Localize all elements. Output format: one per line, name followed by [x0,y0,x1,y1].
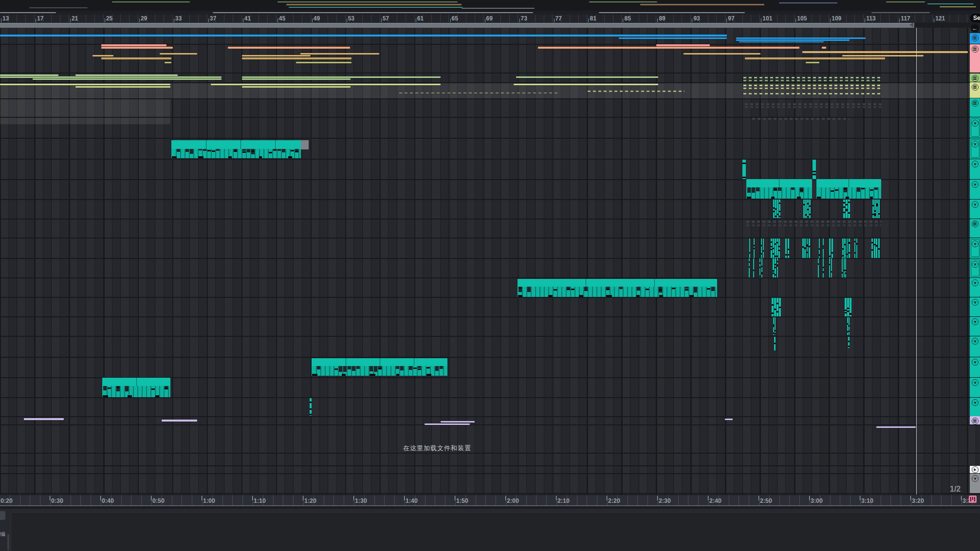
midi-strip-clip[interactable] [773,239,774,258]
clip-fade-handle[interactable] [301,140,309,149]
midi-strip-clip[interactable] [878,200,880,218]
midi-strip-clip[interactable] [813,160,816,179]
midi-strip-clip[interactable] [775,200,777,218]
track-header-menu[interactable] [970,33,980,44]
midi-strip-clip[interactable] [773,258,774,277]
mini-clip-segment[interactable] [211,84,441,85]
track-header-menu[interactable] [970,416,980,424]
midi-strip-clip[interactable] [818,258,819,277]
midi-clip[interactable] [816,179,881,199]
midi-strip-clip[interactable] [847,298,849,316]
mini-clip-segment[interactable] [516,76,658,78]
track-header-fold[interactable] [970,297,980,316]
midi-strip-clip[interactable] [802,239,804,258]
mini-clip-segment[interactable] [92,55,113,56]
mini-clip-segment[interactable] [736,39,850,41]
midi-strip-clip[interactable] [844,239,846,258]
midi-strip-clip[interactable] [831,258,832,277]
midi-strip-clip[interactable] [872,200,874,218]
midi-strip-clip[interactable] [779,298,781,316]
midi-strip-clip[interactable] [774,337,776,350]
mini-clip-segment[interactable] [162,420,197,422]
midi-strip-clip[interactable] [849,239,850,258]
mini-clip-segment[interactable] [619,37,727,39]
mini-clip-segment[interactable] [806,62,819,63]
midi-strip-clip[interactable] [774,298,776,316]
midi-strip-clip[interactable] [871,239,873,258]
mini-clip-segment[interactable] [684,53,760,55]
track-header-fold-group[interactable] [970,238,980,258]
track-header-fold[interactable] [970,336,980,357]
midi-strip-clip[interactable] [777,239,778,258]
midi-strip-clip[interactable] [749,258,750,277]
midi-strip-clip[interactable] [829,239,831,258]
midi-strip-clip[interactable] [773,317,774,335]
mini-clip-segment[interactable] [736,37,866,39]
midi-strip-clip[interactable] [778,239,780,258]
track-header-fold[interactable] [970,398,980,416]
midi-strip-clip[interactable] [754,239,755,258]
track-header-fold-group[interactable] [970,138,980,159]
midi-strip-clip[interactable] [772,298,774,316]
mini-clip-segment[interactable] [842,55,924,56]
midi-strip-clip[interactable] [842,258,843,277]
midi-strip-clip[interactable] [777,298,778,316]
track-header-fold-group[interactable] [970,117,980,138]
midi-clip[interactable] [171,140,301,158]
mini-clip-segment[interactable] [242,57,351,59]
insert-marker-line[interactable] [916,28,917,495]
loop-end-chevron-icon[interactable] [909,22,913,27]
midi-strip-clip[interactable] [775,317,776,335]
midi-strip-clip[interactable] [777,258,778,277]
midi-strip-clip[interactable] [753,258,754,277]
mini-clip-segment[interactable] [425,423,470,425]
midi-clip[interactable] [102,378,170,397]
mini-clip-segment[interactable] [242,76,441,78]
mini-clip-segment[interactable] [75,74,178,76]
midi-strip-clip[interactable] [807,239,808,258]
midi-strip-clip[interactable] [845,258,846,277]
mini-clip-segment[interactable] [242,78,351,80]
midi-strip-clip[interactable] [844,258,845,277]
midi-strip-clip[interactable] [846,200,848,218]
mini-clip-segment[interactable] [228,47,350,49]
mini-clip-segment[interactable] [739,41,824,42]
mini-clip-segment[interactable] [0,84,170,85]
arrangement-overview[interactable] [0,0,980,11]
midi-strip-clip[interactable] [876,200,878,218]
midi-strip-clip[interactable] [779,200,780,218]
midi-strip-clip[interactable] [761,258,762,277]
mini-clip-segment[interactable] [0,74,58,76]
midi-strip-clip[interactable] [763,239,764,258]
track-header-fold[interactable] [970,159,980,179]
midi-strip-clip[interactable] [849,317,850,335]
midi-strip-clip[interactable] [878,239,880,258]
midi-strip-clip[interactable] [804,239,806,258]
mini-clip-segment[interactable] [165,62,171,63]
track-header-menu[interactable] [970,82,980,98]
midi-strip-clip[interactable] [771,239,772,258]
midi-strip-clip[interactable] [809,200,811,218]
mini-clip-segment[interactable] [822,47,826,49]
bar-ruler[interactable]: 1317212529333741454953576165697377818589… [0,15,980,22]
mini-clip-segment[interactable] [33,78,222,80]
track-header-fold[interactable] [970,357,980,377]
mini-clip-segment[interactable] [160,53,197,55]
midi-strip-clip[interactable] [761,239,762,258]
mini-clip-segment[interactable] [0,76,222,78]
track-header-menu[interactable] [970,44,980,73]
mini-clip-segment[interactable] [441,421,475,422]
track-header-menu[interactable] [970,219,980,238]
track-header-fold[interactable] [970,278,980,297]
track-header-play[interactable] [970,466,980,473]
midi-strip-clip[interactable] [847,317,848,335]
midi-strip-clip[interactable] [773,200,775,218]
mini-clip-segment[interactable] [802,51,968,53]
midi-clip[interactable] [518,279,717,297]
track-header-fold-group[interactable] [970,258,980,277]
mini-clip-segment[interactable] [725,419,733,420]
midi-strip-clip[interactable] [856,239,857,258]
mini-clip-segment[interactable] [242,55,311,56]
midi-strip-clip[interactable] [848,200,850,218]
midi-strip-clip[interactable] [310,398,312,416]
